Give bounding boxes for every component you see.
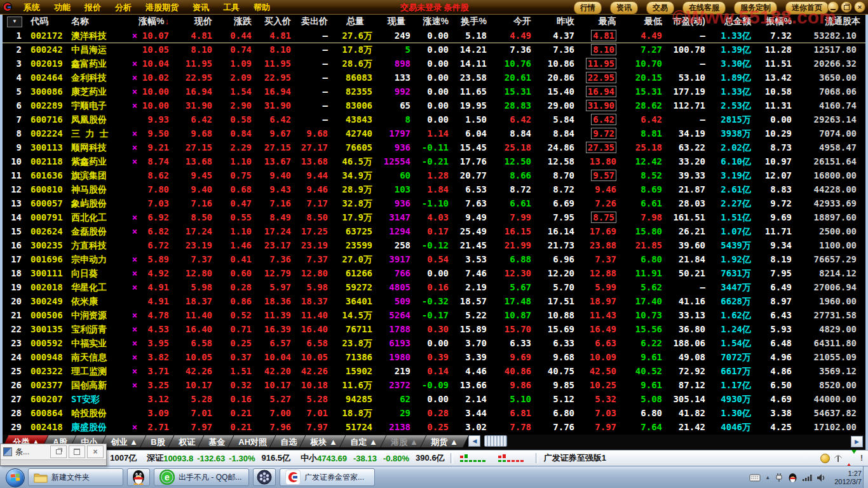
tab-scroll-left-button[interactable]: ◀ <box>468 435 480 447</box>
column-filter-dropdown[interactable]: ▼ <box>3 17 27 27</box>
connection-status-icon[interactable] <box>846 454 857 463</box>
cell-float-shares: 12517.80 <box>797 43 865 57</box>
minimize-button[interactable] <box>827 1 839 13</box>
mini-window-close-button[interactable]: × <box>87 445 104 458</box>
table-row[interactable]: 20300249依米康4.9118.370.8618.3618.37364015… <box>3 295 865 309</box>
hidden-icons-button[interactable]: ▲ <box>765 475 770 480</box>
column-header-11[interactable]: 换手% <box>454 16 492 27</box>
column-header-4[interactable]: 现价 <box>174 16 217 27</box>
menu-item-5[interactable]: 港股期货 <box>139 3 186 12</box>
keyboard-icon[interactable] <box>749 473 761 482</box>
sz-label[interactable]: 深证 <box>147 452 163 464</box>
quick-button-2[interactable]: 资讯 <box>610 1 638 15</box>
alert-icon[interactable]: ! <box>860 454 863 463</box>
table-row[interactable]: 16300235方直科技6.7223.191.4623.1723.1923599… <box>3 239 865 253</box>
tab-13[interactable]: 期货 ▲ <box>420 435 470 447</box>
column-header-8[interactable]: 总量 <box>333 16 377 27</box>
start-button[interactable] <box>6 468 25 487</box>
table-row[interactable]: 15002624金磊股份×6.8217.241.1017.2417.256372… <box>3 225 865 239</box>
mini-chart-2[interactable] <box>497 454 530 463</box>
column-header-17[interactable]: 总金额 <box>710 16 756 27</box>
column-header-19[interactable]: 流通股本 <box>797 16 865 27</box>
show-desktop-button[interactable] <box>863 466 868 488</box>
table-row[interactable]: 21000506中润资源×4.7811.400.5211.3911.4014.5… <box>3 309 865 323</box>
menu-item-7[interactable]: 工具 <box>216 3 247 12</box>
column-header-13[interactable]: 昨收 <box>536 16 580 27</box>
table-row[interactable]: 24000948南天信息×3.8210.050.3710.0410.057138… <box>3 351 865 365</box>
qq-tray-icon[interactable] <box>788 473 797 483</box>
table-row[interactable]: 22300135宝利沥青×4.5316.400.7116.3916.407671… <box>3 323 865 337</box>
taskbar-button-media[interactable] <box>253 468 276 486</box>
table-row[interactable]: 11601636旗滨集团8.629.450.759.409.4434.9万601… <box>3 169 865 183</box>
table-row[interactable]: 14000791西北化工×6.928.500.558.498.5017.9万31… <box>3 211 865 225</box>
tab-splitter[interactable] <box>484 435 507 447</box>
taskbar-button-browser[interactable]: e 出手不凡 - QQ邮... <box>154 468 249 486</box>
power-plug-icon[interactable] <box>775 473 783 482</box>
table-row[interactable]: 17001696宗申动力×5.897.370.417.367.3727.0万39… <box>3 253 865 267</box>
quick-button-1[interactable]: 行情 <box>574 1 602 15</box>
quick-button-5[interactable]: 服务定制 <box>734 1 777 15</box>
column-header-16[interactable]: 市盈(动) <box>667 16 710 27</box>
mini-window-restore-button[interactable] <box>50 445 67 458</box>
taskbar-button-qq[interactable] <box>127 468 150 486</box>
table-row[interactable]: 13600057象屿股份7.037.160.477.167.1732.8万936… <box>3 197 865 211</box>
menu-item-1[interactable]: 系统 <box>17 3 47 12</box>
mini-window-maximize-button[interactable] <box>69 445 85 458</box>
table-row[interactable]: 29002418康盛股份×2.717.970.217.967.975172421… <box>3 421 865 435</box>
column-header-3[interactable]: 涨幅%↓ <box>128 16 174 27</box>
column-header-15[interactable]: 最低 <box>621 16 667 27</box>
menu-item-2[interactable]: 功能 <box>47 3 78 12</box>
menu-item-6[interactable]: 资讯 <box>186 3 216 12</box>
column-header-12[interactable]: 今开 <box>492 16 536 27</box>
menu-item-3[interactable]: 报价 <box>78 3 108 12</box>
table-row[interactable]: 25002322理工监测×3.7142.261.5142.2042.261590… <box>3 365 865 379</box>
column-header-18[interactable]: 振幅% <box>756 16 797 27</box>
table-row[interactable]: 1002172澳洋科技×10.074.810.444.81—27.6万2490.… <box>3 29 865 43</box>
mini-chart-1[interactable] <box>459 454 492 463</box>
taskbar-clock[interactable]: 1:27 2012/3/7 <box>834 470 862 486</box>
table-row[interactable]: 3002019鑫富药业×10.0411.951.0911.95—28.6万898… <box>3 57 865 71</box>
volume-icon[interactable] <box>817 473 826 482</box>
cell-open: 21.99 <box>492 239 536 253</box>
network-signal-icon[interactable] <box>802 473 812 482</box>
quick-button-4[interactable]: 在线客服 <box>682 1 726 15</box>
tab-scroll-right-button[interactable]: ▶ <box>851 436 863 447</box>
antenna-icon[interactable] <box>834 454 843 463</box>
restore-button[interactable] <box>841 1 852 13</box>
menu-item-8[interactable]: 帮助 <box>247 3 277 12</box>
table-row[interactable]: 10002118紫鑫药业×8.7413.681.1013.6713.6846.5… <box>3 155 865 169</box>
table-row[interactable]: 26002377国创高新×3.2510.170.3210.1710.1811.6… <box>3 379 865 393</box>
taskbar-button-gf[interactable]: 广发证券金管家... <box>280 468 375 486</box>
column-header-1[interactable]: 代码 <box>27 16 67 27</box>
table-row[interactable]: 28600864哈投股份3.097.010.217.007.0118.8万290… <box>3 407 865 421</box>
table-row[interactable]: 18300111向日葵×4.9212.800.6012.7912.8061266… <box>3 267 865 281</box>
close-button[interactable]: × <box>854 1 865 13</box>
quick-button-3[interactable]: 交易 <box>646 1 674 15</box>
table-row[interactable]: 4002464金利科技×10.0222.952.0922.95—86083133… <box>3 71 865 85</box>
table-row[interactable]: 2600242中昌海运10.058.100.748.10—17.8万50.001… <box>3 43 865 57</box>
column-header-7[interactable]: 卖出价 <box>296 16 333 27</box>
mini-window[interactable]: 条... × <box>0 444 107 466</box>
table-row[interactable]: 5300086康芝药业×10.0016.941.5416.94—82355992… <box>3 85 865 99</box>
table-row[interactable]: 6002289宇顺电子×10.0031.902.9031.90—83006650… <box>3 99 865 113</box>
zx-label[interactable]: 中小 <box>301 452 317 464</box>
taskbar-button-folder[interactable]: 新建文件夹 <box>28 468 123 486</box>
table-row[interactable]: 27600207ST安彩3.125.280.165.275.2894285620… <box>3 393 865 407</box>
cell-ask-price: — <box>296 113 333 127</box>
table-row[interactable]: 8002224三 力 士×9.509.680.849.679.684274017… <box>3 127 865 141</box>
column-header-2[interactable]: 名称 <box>67 16 128 27</box>
table-row[interactable]: 19002018华星化工×4.915.980.285.975.985927248… <box>3 281 865 295</box>
table-row[interactable]: 23000592中福实业×3.956.580.256.576.5823.8万61… <box>3 337 865 351</box>
table-row[interactable]: 7600716凤凰股份9.936.420.586.42—4384380.001.… <box>3 113 865 127</box>
column-header-5[interactable]: 涨跌 <box>217 16 257 27</box>
quick-button-6[interactable]: 迷你首页 <box>785 1 829 15</box>
table-row[interactable]: 12600810神马股份7.809.400.689.439.4628.9万103… <box>3 183 865 197</box>
mini-window-titlebar[interactable]: 条... × <box>1 444 106 459</box>
column-header-10[interactable]: 涨速% <box>416 16 454 27</box>
table-row[interactable]: 9300113顺网科技×9.2127.152.2927.1527.1776605… <box>3 141 865 155</box>
coin-icon[interactable] <box>820 454 830 463</box>
column-header-14[interactable]: 最高 <box>580 16 621 27</box>
menu-item-4[interactable]: 分析 <box>108 3 139 12</box>
column-header-6[interactable]: 买入价 <box>257 16 296 27</box>
column-header-9[interactable]: 现量 <box>377 16 416 27</box>
